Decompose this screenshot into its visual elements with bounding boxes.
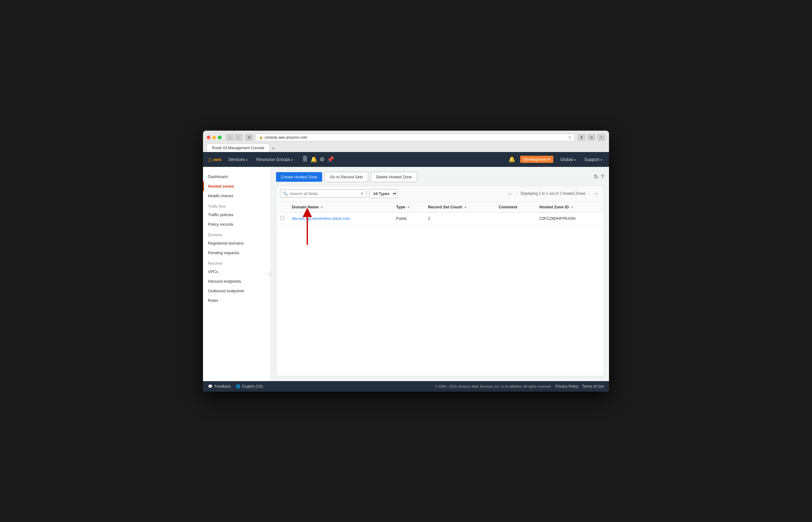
resource-groups-chevron-icon bbox=[292, 157, 293, 162]
domain-sort-icon: ▾ bbox=[321, 206, 322, 209]
select-column-header bbox=[276, 202, 288, 213]
minimize-button[interactable] bbox=[212, 136, 216, 139]
support-chevron-icon bbox=[601, 157, 602, 162]
table-wrapper: Domain Name ▾ Type ▾ Record Set Count bbox=[276, 202, 604, 376]
top-navigation: ⌂ aws Services Resource Groups 🗄 🔔 ⚙ 📌 🔔… bbox=[203, 152, 609, 167]
sidebar-item-policy-records[interactable]: Policy records bbox=[203, 220, 271, 229]
go-to-record-sets-button[interactable]: Go to Record Sets bbox=[325, 172, 368, 182]
hosted-zone-id-column-header[interactable]: Hosted Zone ID ▾ bbox=[536, 202, 604, 213]
row-select-cell[interactable] bbox=[276, 213, 288, 224]
delete-hosted-zone-button[interactable]: Delete Hosted Zone bbox=[371, 172, 417, 182]
sidebar-item-traffic-policies[interactable]: Traffic policies bbox=[203, 210, 271, 220]
sidebar-item-outbound-endpoints[interactable]: Outbound endpoints bbox=[203, 286, 271, 296]
sidebar-item-vpcs[interactable]: VPCs bbox=[203, 267, 271, 277]
sidebar-item-pending-requests[interactable]: Pending requests bbox=[203, 248, 271, 258]
hosted-zone-id-cell: Z3FCZ8DHFPKX0H bbox=[536, 213, 604, 224]
cog-icon[interactable]: ⚙ bbox=[320, 156, 325, 163]
search-input[interactable] bbox=[290, 191, 358, 196]
feedback-button[interactable]: 💬 Feedback bbox=[208, 384, 231, 388]
type-cell: Public bbox=[392, 213, 424, 224]
aws-logo-icon: ⌂ bbox=[208, 156, 212, 163]
services-chevron-icon bbox=[246, 157, 248, 162]
record-set-count-cell: 2 bbox=[424, 213, 495, 224]
pin-icon[interactable]: 📌 bbox=[327, 156, 334, 163]
globe-icon: 🌐 bbox=[236, 384, 241, 388]
pagination-info: ⏮ ‹ Displaying 1 to 1 out of 1 Hosted Zo… bbox=[506, 190, 600, 197]
table-header-row: Domain Name ▾ Type ▾ Record Set Count bbox=[276, 202, 604, 213]
hosted-zones-table: Domain Name ▾ Type ▾ Record Set Count bbox=[276, 202, 604, 224]
sidebar: ◀ Dashboard Hosted zones Health checks T… bbox=[203, 167, 271, 381]
sidebar-item-inbound-endpoints[interactable]: Inbound endpoints bbox=[203, 277, 271, 286]
table-controls: 🔍 ✕ All Types ⏮ ‹ Displaying 1 to 1 out … bbox=[276, 186, 604, 202]
bell-icon[interactable]: 🔔 bbox=[310, 156, 317, 163]
row-radio-button[interactable] bbox=[280, 216, 284, 220]
comment-column-header: Comment bbox=[495, 202, 536, 213]
type-filter-select[interactable]: All Types bbox=[369, 189, 397, 198]
record-count-sort-icon: ▾ bbox=[464, 206, 466, 209]
close-button[interactable] bbox=[207, 136, 210, 139]
new-tab-button[interactable]: ⧉ bbox=[587, 134, 596, 141]
support-nav-item[interactable]: Support bbox=[582, 156, 604, 163]
id-sort-icon: ▾ bbox=[571, 206, 573, 209]
sidebar-item-hosted-zones[interactable]: Hosted zones bbox=[203, 181, 271, 191]
terms-of-use-link[interactable]: Terms of Use bbox=[582, 384, 604, 388]
env-chevron-icon: ▾ bbox=[548, 157, 550, 162]
comment-cell bbox=[495, 213, 536, 224]
sidebar-item-rules[interactable]: Rules bbox=[203, 296, 271, 305]
menu-button[interactable]: + bbox=[597, 134, 605, 141]
domain-name-link[interactable]: dev.ext-api.serverless-stack.com. bbox=[292, 216, 351, 221]
search-box[interactable]: 🔍 ✕ bbox=[280, 189, 367, 198]
active-tab[interactable]: Route 53 Management Console bbox=[207, 144, 270, 152]
last-page-button[interactable]: ⏭ bbox=[593, 190, 600, 197]
search-clear-icon[interactable]: ✕ bbox=[360, 191, 364, 196]
share-button[interactable]: ⬆ bbox=[578, 134, 585, 141]
footer-links: Privacy Policy Terms of Use bbox=[556, 384, 604, 388]
environment-badge[interactable]: Development ▾ bbox=[520, 156, 554, 163]
help-button[interactable]: ? bbox=[601, 174, 604, 180]
notification-bell-icon[interactable]: 🔔 bbox=[508, 156, 515, 163]
refresh-icon[interactable]: ↻ bbox=[568, 135, 571, 140]
footer: 💬 Feedback 🌐 English (US) © 2008 - 2019,… bbox=[203, 381, 609, 392]
footer-copyright: © 2008 - 2019, Amazon Web Services, Inc.… bbox=[435, 384, 552, 388]
lock-icon: 🔒 bbox=[259, 136, 263, 139]
type-column-header[interactable]: Type ▾ bbox=[392, 202, 424, 213]
aws-logo-text: aws bbox=[213, 157, 221, 162]
sidebar-section-resolver: Resolver bbox=[203, 258, 271, 267]
next-page-button[interactable]: › bbox=[587, 190, 591, 197]
sidebar-item-registered-domains[interactable]: Registered domains bbox=[203, 238, 271, 248]
sidebar-section-traffic-flow: Traffic flow bbox=[203, 201, 271, 210]
refresh-button[interactable]: ↻ bbox=[594, 174, 599, 180]
record-set-count-column-header[interactable]: Record Set Count ▾ bbox=[424, 202, 495, 213]
domain-name-cell: dev.ext-api.serverless-stack.com. bbox=[288, 213, 392, 224]
nav-icons: 🗄 🔔 ⚙ 📌 bbox=[302, 156, 334, 163]
window-controls bbox=[207, 136, 222, 139]
sidebar-toggle-button[interactable]: ⊞ bbox=[245, 134, 253, 141]
url-text: console.aws.amazon.com bbox=[265, 135, 567, 140]
create-hosted-zone-button[interactable]: Create Hosted Zone bbox=[276, 172, 322, 182]
sidebar-section-domains: Domains bbox=[203, 229, 271, 238]
database-icon[interactable]: 🗄 bbox=[302, 156, 308, 163]
type-sort-icon: ▾ bbox=[408, 206, 409, 209]
sidebar-item-dashboard[interactable]: Dashboard bbox=[203, 172, 271, 181]
address-bar[interactable]: 🔒 console.aws.amazon.com ↻ bbox=[256, 134, 575, 141]
global-nav-item[interactable]: Global bbox=[558, 156, 577, 163]
sidebar-item-health-checks[interactable]: Health checks bbox=[203, 191, 271, 201]
privacy-policy-link[interactable]: Privacy Policy bbox=[556, 384, 579, 388]
search-icon: 🔍 bbox=[283, 191, 288, 196]
new-tab-plus-button[interactable]: + bbox=[270, 145, 277, 152]
pagination-text: Displaying 1 to 1 out of 1 Hosted Zones bbox=[520, 191, 585, 196]
content-area: Create Hosted Zone Go to Record Sets Del… bbox=[271, 167, 609, 381]
domain-name-column-header[interactable]: Domain Name ▾ bbox=[288, 202, 392, 213]
resource-groups-nav-item[interactable]: Resource Groups bbox=[254, 156, 295, 163]
language-selector[interactable]: 🌐 English (US) bbox=[236, 384, 263, 388]
services-nav-item[interactable]: Services bbox=[227, 156, 250, 163]
prev-page-button[interactable]: ‹ bbox=[515, 190, 519, 197]
global-chevron-icon bbox=[574, 157, 576, 162]
feedback-icon: 💬 bbox=[208, 384, 213, 388]
back-button[interactable]: ‹ bbox=[226, 134, 234, 141]
first-page-button[interactable]: ⏮ bbox=[506, 190, 513, 197]
hosted-zones-table-container: 🔍 ✕ All Types ⏮ ‹ Displaying 1 to 1 out … bbox=[276, 186, 604, 376]
forward-button[interactable]: › bbox=[234, 134, 243, 141]
aws-logo[interactable]: ⌂ aws bbox=[208, 156, 222, 163]
maximize-button[interactable] bbox=[218, 136, 222, 139]
